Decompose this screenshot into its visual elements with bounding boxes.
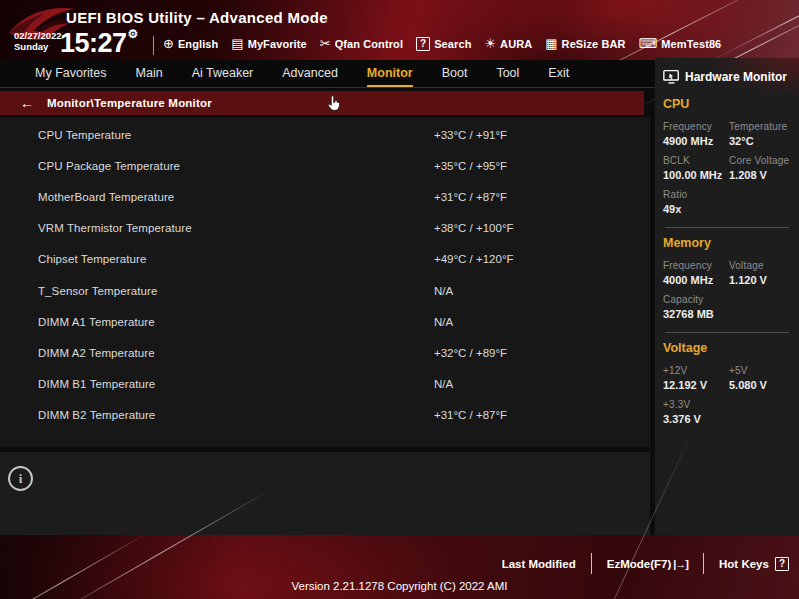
my-favorite-icon: ▤ xyxy=(231,37,243,51)
quickbar-item[interactable]: ▤ MyFavorite xyxy=(231,37,306,51)
quickbar-item-label: MemTest86 xyxy=(661,38,721,50)
tab-advanced[interactable]: Advanced xyxy=(282,60,338,87)
footer-separator xyxy=(591,553,592,574)
temperature-row-label: T_Sensor Temperature xyxy=(38,285,157,297)
ezmode-label: EzMode(F7) xyxy=(607,558,672,570)
field-label: +3.3V xyxy=(663,399,729,410)
temperature-row[interactable]: CPU Temperature +33°C / +91°F xyxy=(0,119,650,150)
tab-monitor[interactable]: Monitor xyxy=(367,60,413,87)
aura-icon: ☀ xyxy=(484,37,496,51)
ezmode-button[interactable]: EzMode(F7)|→] xyxy=(607,558,688,570)
quickbar-item[interactable]: ⊕ English xyxy=(163,37,218,51)
question-box-icon: ? xyxy=(775,557,789,571)
quickbar-item[interactable]: ⌨ MemTest86 xyxy=(639,37,722,51)
date-label: 02/27/2022 Sunday xyxy=(14,31,62,53)
time-value: 15:27 xyxy=(60,28,127,58)
section-title-memory: Memory xyxy=(663,236,791,250)
breadcrumb[interactable]: ← Monitor\Temperature Monitor xyxy=(0,91,644,115)
temperature-row-value: +32°C / +89°F xyxy=(434,347,507,359)
hw-field: +3.3V3.376 V xyxy=(663,399,729,425)
temperature-row-value: +33°C / +91°F xyxy=(434,129,507,141)
field-value: 3.376 V xyxy=(663,413,729,425)
section-divider xyxy=(665,332,789,333)
quickbar-item[interactable]: ✂ Qfan Control xyxy=(320,37,403,51)
quickbar-item-label: AURA xyxy=(500,38,532,50)
quickbar-item[interactable]: ☀ AURA xyxy=(484,37,532,51)
hw-field: Voltage1.120 V xyxy=(729,260,791,286)
quickbar-item-label: English xyxy=(178,38,218,50)
last-modified-button[interactable]: Last Modified xyxy=(502,558,576,570)
temperature-row-label: CPU Package Temperature xyxy=(38,160,180,172)
hardware-monitor-title: Hardware Monitor xyxy=(685,70,787,84)
back-arrow-icon[interactable]: ← xyxy=(20,96,34,110)
temperature-row-value: N/A xyxy=(434,378,453,390)
quickbar-item[interactable]: ? Search xyxy=(416,37,471,51)
quick-access-bar: ⊕ English ▤ MyFavorite ✂ Qfan Control ? … xyxy=(163,31,721,57)
question-box-icon: ? xyxy=(416,37,430,51)
temperature-row-label: DIMM A1 Temperature xyxy=(38,316,155,328)
tab-ai-tweaker[interactable]: Ai Tweaker xyxy=(192,60,254,87)
tab-tool[interactable]: Tool xyxy=(496,60,519,87)
footer-banner: Last Modified EzMode(F7)|→] Hot Keys? Ve… xyxy=(0,535,799,599)
section-title-cpu: CPU xyxy=(663,97,791,111)
cpu-fields: Frequency4900 MHz Temperature32°C BCLK10… xyxy=(663,121,791,215)
temperature-row[interactable]: DIMM A2 Temperature +32°C / +89°F xyxy=(0,337,650,368)
qfan-icon: ✂ xyxy=(320,37,331,51)
hw-field: +5V5.080 V xyxy=(729,365,791,391)
temperature-row-label: DIMM B2 Temperature xyxy=(38,409,155,421)
time-settings-gear-icon[interactable]: ⚙ xyxy=(128,27,138,41)
header-separator xyxy=(153,36,154,55)
footer-actions: Last Modified EzMode(F7)|→] Hot Keys? xyxy=(502,553,789,574)
temperature-row-value: +38°C / +100°F xyxy=(434,222,514,234)
hw-field: Temperature32°C xyxy=(729,121,791,147)
section-title-voltage: Voltage xyxy=(663,341,791,355)
temperature-row-label: DIMM A2 Temperature xyxy=(38,347,155,359)
memory-fields: Frequency4000 MHz Voltage1.120 V Capacit… xyxy=(663,260,791,320)
hot-keys-button[interactable]: Hot Keys? xyxy=(719,557,789,571)
hw-field: BCLK100.00 MHz xyxy=(663,155,729,181)
temperature-row[interactable]: Chipset Temperature +49°C / +120°F xyxy=(0,244,650,275)
temperature-row-label: Chipset Temperature xyxy=(38,253,146,265)
temperature-row[interactable]: DIMM B1 Temperature N/A xyxy=(0,369,650,400)
temperature-row-value: N/A xyxy=(434,316,453,328)
globe-icon: ⊕ xyxy=(163,37,174,51)
bios-screen: UEFI BIOS Utility – Advanced Mode 02/27/… xyxy=(0,0,799,599)
field-value: 5.080 V xyxy=(729,379,791,391)
temperature-row[interactable]: VRM Thermistor Temperature +38°C / +100°… xyxy=(0,213,650,244)
tab-boot[interactable]: Boot xyxy=(442,60,468,87)
tab-my-favorites[interactable]: My Favorites xyxy=(35,60,107,87)
last-modified-label: Last Modified xyxy=(502,558,576,570)
temperature-row[interactable]: CPU Package Temperature +35°C / +95°F xyxy=(0,150,650,181)
field-value: 32°C xyxy=(729,135,791,147)
temperature-row[interactable]: DIMM B2 Temperature +31°C / +87°F xyxy=(0,400,650,431)
temperature-row-label: MotherBoard Temperature xyxy=(38,191,174,203)
field-value: 1.208 V xyxy=(729,169,791,181)
temperature-monitor-list: CPU Temperature +33°C / +91°F CPU Packag… xyxy=(0,117,650,447)
hw-field: Ratio49x xyxy=(663,189,729,215)
temperature-row[interactable]: DIMM A1 Temperature N/A xyxy=(0,306,650,337)
temperature-row-label: CPU Temperature xyxy=(38,129,131,141)
field-value: 49x xyxy=(663,203,729,215)
section-divider xyxy=(665,227,789,228)
monitor-icon xyxy=(663,69,680,85)
temperature-row[interactable]: MotherBoard Temperature +31°C / +87°F xyxy=(0,181,650,212)
temperature-row-value: +35°C / +95°F xyxy=(434,160,507,172)
day-value: Sunday xyxy=(14,42,62,53)
hot-keys-label: Hot Keys xyxy=(719,558,769,570)
field-value: 100.00 MHz xyxy=(663,169,729,181)
temperature-row[interactable]: T_Sensor Temperature N/A xyxy=(0,275,650,306)
field-value: 32768 MB xyxy=(663,308,729,320)
footer-separator xyxy=(703,553,704,574)
tab-exit[interactable]: Exit xyxy=(548,60,569,87)
hw-field: Capacity32768 MB xyxy=(663,294,729,320)
breadcrumb-label: Monitor\Temperature Monitor xyxy=(47,97,212,109)
time-label: 15:27⚙ xyxy=(60,27,138,59)
field-value: 4900 MHz xyxy=(663,135,729,147)
temperature-row-label: VRM Thermistor Temperature xyxy=(38,222,192,234)
quickbar-item[interactable]: ▦ ReSize BAR xyxy=(545,37,625,51)
field-value: 12.192 V xyxy=(663,379,729,391)
voltage-fields: +12V12.192 V +5V5.080 V +3.3V3.376 V xyxy=(663,365,791,425)
field-label: Temperature xyxy=(729,121,791,132)
hw-field: Frequency4900 MHz xyxy=(663,121,729,147)
tab-main[interactable]: Main xyxy=(136,60,163,87)
